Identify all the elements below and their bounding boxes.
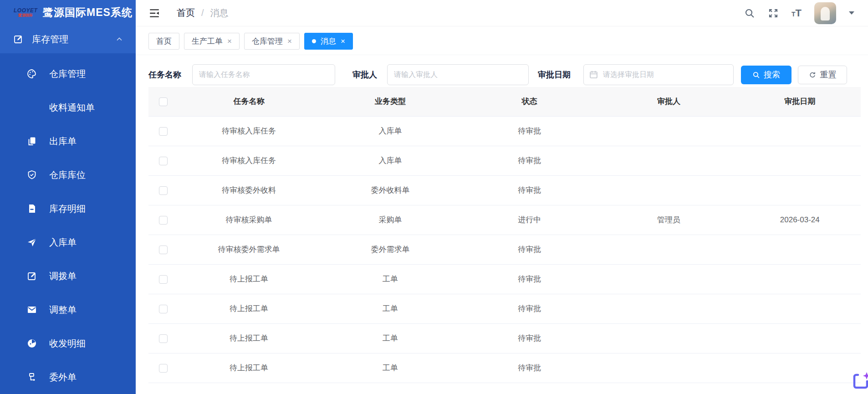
cell-status: 待审批 <box>460 146 598 175</box>
row-checkbox[interactable] <box>159 157 168 165</box>
sidebar-item-transfer-order[interactable]: 调拨单 <box>0 259 136 293</box>
sidebar-item-warehouse-management[interactable]: 仓库管理 <box>0 57 136 91</box>
cell-task: 待审核委外收料 <box>178 175 320 205</box>
chevron-up-icon[interactable] <box>115 35 124 44</box>
row-checkbox[interactable] <box>159 186 168 195</box>
tab-close-icon[interactable]: × <box>341 37 345 45</box>
table-row: 待上报工单工单待审批 <box>148 264 861 294</box>
cell-date <box>739 116 861 146</box>
reset-button[interactable]: 重置 <box>798 66 847 84</box>
select-all-checkbox[interactable] <box>159 97 168 106</box>
approve-date-label: 审批日期 <box>538 69 571 80</box>
shield-check-icon <box>26 169 37 180</box>
cell-date: 2026-03-24 <box>739 205 861 235</box>
ai-assistant-icon[interactable] <box>852 371 868 392</box>
sidebar-item-warehouse-location[interactable]: 仓库库位 <box>0 158 136 192</box>
tab-bar: 首页生产工单×仓库管理×消息× <box>136 26 868 55</box>
cell-task: 待审核入库任务 <box>178 116 320 146</box>
breadcrumb-separator: / <box>201 8 204 18</box>
sidebar-item-inventory-detail[interactable]: 库存明细 <box>0 192 136 225</box>
search-button-label: 搜索 <box>764 69 780 80</box>
cell-status: 待审批 <box>460 323 598 353</box>
row-checkbox[interactable] <box>159 364 168 373</box>
approve-date-field <box>583 64 734 85</box>
logo-subtext: 鹭源国际 <box>14 14 37 18</box>
sidebar-item-label: 调拨单 <box>49 270 77 282</box>
cell-date <box>739 353 861 383</box>
tab-close-icon[interactable]: × <box>227 37 232 45</box>
cell-approver <box>598 323 739 353</box>
tab-message[interactable]: 消息× <box>304 33 353 50</box>
approve-date-input[interactable] <box>583 64 734 85</box>
edit-square-icon <box>13 34 24 45</box>
column-header: 任务名称 <box>178 87 320 116</box>
calendar-icon <box>589 70 598 79</box>
table-row: 待审核入库任务入库单待审批 <box>148 146 861 175</box>
cell-type: 委外需求单 <box>320 235 460 264</box>
cell-status: 待审批 <box>460 235 598 264</box>
breadcrumb: 首页 / 消息 <box>177 7 229 19</box>
sidebar-section-label: 库存管理 <box>32 33 115 46</box>
cell-approver <box>598 353 739 383</box>
cell-type: 工单 <box>320 323 460 353</box>
sidebar-item-outbound-order[interactable]: 出库单 <box>0 124 136 158</box>
tab-home[interactable]: 首页 <box>148 33 179 50</box>
task-name-input[interactable] <box>192 64 335 85</box>
cell-type: 工单 <box>320 353 460 383</box>
cell-approver: 管理员 <box>598 205 739 235</box>
cell-type: 工单 <box>320 294 460 323</box>
top-header: 首页 / 消息 TT <box>136 0 868 26</box>
table-body: 待审核入库任务入库单待审批待审核入库任务入库单待审批待审核委外收料委外收料单待审… <box>148 116 861 383</box>
row-checkbox[interactable] <box>159 127 168 136</box>
sidebar-item-label: 仓库管理 <box>49 68 86 80</box>
sidebar-item-label: 收料通知单 <box>49 102 95 114</box>
font-size-icon[interactable]: TT <box>791 7 802 19</box>
cell-status: 待审批 <box>460 116 598 146</box>
search-button[interactable]: 搜索 <box>741 66 791 84</box>
row-checkbox[interactable] <box>159 216 168 225</box>
sidebar-section-inventory-management[interactable]: 库存管理 <box>0 26 136 53</box>
org-icon <box>26 372 37 383</box>
row-checkbox[interactable] <box>159 334 168 343</box>
tab-label: 仓库管理 <box>252 36 283 46</box>
cell-task: 待上报工单 <box>178 294 320 323</box>
sidebar-item-outsourcing-order[interactable]: 委外单 <box>0 360 136 394</box>
fullscreen-icon[interactable] <box>768 8 779 19</box>
cell-task: 待上报工单 <box>178 353 320 383</box>
sidebar-item-label: 入库单 <box>49 236 77 249</box>
sidebar-item-inbound-order[interactable]: 入库单 <box>0 225 136 259</box>
sidebar-item-receiving-notice[interactable]: 收料通知单 <box>0 91 136 124</box>
cell-type: 工单 <box>320 264 460 294</box>
logo-row: LOOYET 鹭源国际 鹭源国际MES系统 <box>0 0 136 26</box>
tab-production-order[interactable]: 生产工单× <box>184 33 240 50</box>
user-avatar[interactable] <box>814 2 836 24</box>
sidebar-item-adjustment-order[interactable]: 调整单 <box>0 293 136 327</box>
cell-approver <box>598 175 739 205</box>
row-checkbox[interactable] <box>159 246 168 254</box>
file-text-icon <box>26 203 37 214</box>
edit-icon <box>26 271 37 281</box>
table-row: 待上报工单工单待审批 <box>148 294 861 323</box>
cell-task: 待审核入库任务 <box>178 146 320 175</box>
cell-approver <box>598 235 739 264</box>
cell-task: 待上报工单 <box>178 264 320 294</box>
sidebar-item-label: 委外单 <box>49 371 77 384</box>
cell-approver <box>598 264 739 294</box>
tab-warehouse-management[interactable]: 仓库管理× <box>244 33 300 50</box>
table-row: 待审核采购单采购单进行中管理员2026-03-24 <box>148 205 861 235</box>
row-checkbox[interactable] <box>159 305 168 313</box>
search-icon[interactable] <box>744 8 755 19</box>
approver-input[interactable] <box>387 64 529 85</box>
breadcrumb-home[interactable]: 首页 <box>177 7 195 19</box>
sidebar-item-receipt-dispatch-detail[interactable]: 收发明细 <box>0 327 136 360</box>
cell-status: 待审批 <box>460 294 598 323</box>
menu-fold-icon[interactable] <box>148 7 160 19</box>
row-checkbox[interactable] <box>159 275 168 284</box>
caret-down-icon[interactable] <box>849 11 854 15</box>
sidebar-item-label: 收发明细 <box>49 338 86 350</box>
tab-close-icon[interactable]: × <box>287 37 292 45</box>
mail-icon <box>26 304 37 315</box>
approver-label: 审批人 <box>352 69 377 80</box>
tab-label: 生产工单 <box>192 36 223 46</box>
active-tab-dot <box>312 39 316 43</box>
